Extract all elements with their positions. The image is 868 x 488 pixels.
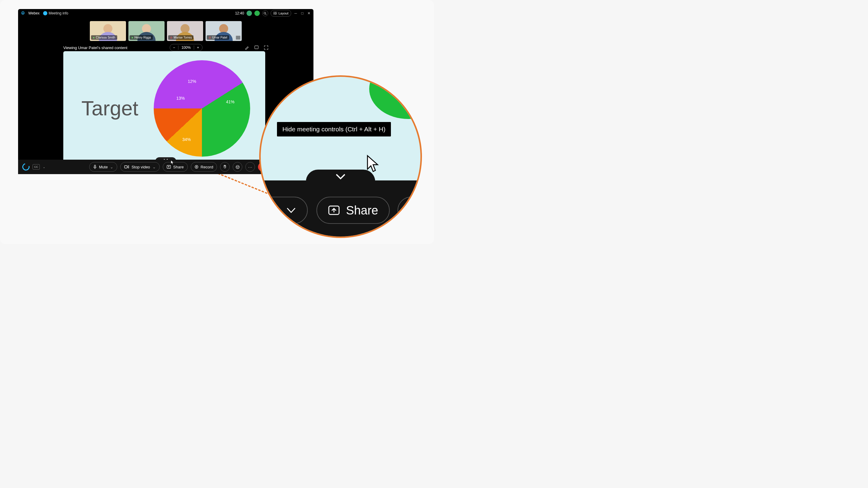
record-icon bbox=[195, 165, 198, 169]
zoom-callout: Hide meeting controls (Ctrl + Alt + H) e… bbox=[259, 75, 422, 238]
svg-line-1 bbox=[266, 13, 267, 14]
maximize-button[interactable]: □ bbox=[300, 11, 304, 15]
chevron-down-icon[interactable]: ⌄ bbox=[153, 165, 156, 169]
smile-icon bbox=[236, 165, 240, 169]
mouse-cursor-icon bbox=[366, 155, 380, 173]
zoom-level: 100% bbox=[179, 45, 194, 50]
slide-title: Target bbox=[82, 96, 138, 120]
close-button[interactable]: ✕ bbox=[307, 11, 311, 15]
meeting-info-label: Meeting info bbox=[49, 11, 68, 15]
svg-rect-2 bbox=[273, 12, 275, 13]
presence-ring-icon[interactable] bbox=[21, 162, 31, 172]
camera-icon bbox=[124, 165, 129, 169]
minimize-button[interactable]: ─ bbox=[293, 11, 298, 15]
svg-point-13 bbox=[237, 166, 237, 167]
closed-captions-button[interactable]: CC bbox=[33, 164, 40, 170]
pie-slice-label: 34% bbox=[182, 137, 191, 142]
svg-rect-3 bbox=[276, 12, 277, 13]
participant-name-tag: ⊘ Umar Patel bbox=[207, 35, 229, 40]
sharing-badge-icon bbox=[236, 36, 241, 40]
mic-on-icon: ● bbox=[131, 36, 133, 39]
microphone-icon bbox=[93, 165, 97, 169]
ellipsis-icon: ··· bbox=[248, 165, 253, 169]
viewing-shared-content-label: Viewing Umar Patel's shared content bbox=[63, 45, 127, 50]
participant-name: Henry Riggs bbox=[134, 36, 151, 39]
svg-point-14 bbox=[238, 166, 239, 167]
svg-point-12 bbox=[236, 165, 239, 169]
record-label: Record bbox=[201, 165, 213, 169]
svg-point-17 bbox=[413, 209, 416, 212]
mic-muted-icon: ⊘ bbox=[209, 36, 211, 39]
chevron-down-icon bbox=[335, 173, 347, 181]
record-button[interactable]: Record bbox=[191, 162, 217, 172]
zoom-control[interactable]: − 100% + bbox=[170, 44, 203, 51]
participant-name: Marise Torres bbox=[174, 36, 192, 39]
stop-video-button[interactable]: Stop video ⌄ bbox=[120, 162, 159, 172]
hide-controls-tab[interactable] bbox=[306, 170, 375, 182]
raise-hand-button[interactable] bbox=[220, 162, 230, 172]
hide-controls-tooltip: Hide meeting controls (Ctrl + Alt + H) bbox=[277, 122, 391, 136]
fullscreen-icon[interactable] bbox=[264, 45, 268, 50]
participant-filmstrip: ● Clarissa Smith ● Henry Riggs ⊘ bbox=[18, 21, 313, 41]
zoom-in-button[interactable]: + bbox=[194, 45, 202, 50]
hand-icon bbox=[223, 165, 227, 169]
share-label: Share bbox=[173, 165, 184, 169]
meeting-info-button[interactable]: Meeting info bbox=[43, 11, 68, 15]
mute-label: Mute bbox=[99, 165, 108, 169]
layout-label: Layout bbox=[278, 11, 288, 15]
svg-rect-7 bbox=[94, 165, 96, 167]
more-options-button[interactable]: ··· bbox=[245, 162, 255, 172]
shared-content-area: Target 41% 34% 13% 12% bbox=[63, 51, 265, 163]
callout-control-bar: eo Share bbox=[261, 181, 421, 236]
participant-name-tag: ⊘ Marise Torres bbox=[168, 35, 193, 40]
audio-stats-icon[interactable] bbox=[254, 10, 260, 16]
stop-video-label-fragment: eo bbox=[267, 204, 280, 217]
pie-slice-label: 12% bbox=[188, 79, 196, 84]
titlebar: ⦿ Webex Meeting info 12:40 Layout ─ bbox=[18, 9, 313, 18]
svg-point-0 bbox=[264, 12, 266, 14]
popout-icon[interactable] bbox=[254, 45, 258, 50]
svg-point-11 bbox=[196, 166, 197, 167]
mute-button[interactable]: Mute ⌄ bbox=[89, 162, 118, 172]
info-icon bbox=[43, 11, 47, 15]
share-button[interactable]: Share bbox=[316, 197, 390, 224]
share-screen-icon bbox=[167, 165, 171, 169]
participant-thumbnail[interactable]: ● Clarissa Smith bbox=[90, 21, 126, 41]
app-name: Webex bbox=[28, 11, 39, 15]
share-screen-icon bbox=[328, 205, 340, 216]
participant-thumbnail[interactable]: ⊘ Umar Patel bbox=[206, 21, 242, 41]
mic-on-icon: ● bbox=[93, 36, 95, 39]
pie-slice-label: 41% bbox=[226, 99, 235, 104]
webex-logo-icon: ⦿ bbox=[21, 11, 25, 15]
share-label: Share bbox=[346, 204, 378, 217]
record-button[interactable] bbox=[398, 197, 422, 224]
share-button[interactable]: Share bbox=[163, 162, 188, 172]
mic-muted-icon: ⊘ bbox=[170, 36, 173, 39]
cc-chevron-icon[interactable]: ⌄ bbox=[43, 165, 45, 169]
pie-chart-fragment bbox=[369, 75, 422, 119]
chevron-down-icon[interactable]: ⌄ bbox=[110, 165, 113, 169]
stop-video-button[interactable]: eo bbox=[259, 197, 308, 224]
participant-name: Umar Patel bbox=[212, 36, 227, 39]
meeting-clock: 12:40 bbox=[235, 11, 244, 15]
svg-rect-8 bbox=[124, 166, 127, 168]
participant-name-tag: ● Henry Riggs bbox=[130, 35, 153, 40]
svg-point-16 bbox=[410, 205, 420, 215]
grid-icon bbox=[273, 12, 277, 15]
search-icon[interactable] bbox=[262, 10, 268, 16]
pie-slice-label: 13% bbox=[176, 96, 185, 101]
participant-name: Clarissa Smith bbox=[96, 36, 115, 39]
zoom-out-button[interactable]: − bbox=[170, 45, 178, 50]
record-icon bbox=[409, 204, 421, 216]
participant-thumbnail[interactable]: ⊘ Marise Torres bbox=[167, 21, 203, 41]
shared-content-header: Viewing Umar Patel's shared content − 10… bbox=[63, 44, 268, 51]
reactions-button[interactable] bbox=[233, 162, 242, 172]
layout-button[interactable]: Layout bbox=[271, 10, 291, 17]
network-status-icon[interactable] bbox=[247, 10, 252, 16]
stop-video-label: Stop video bbox=[131, 165, 150, 169]
participant-thumbnail[interactable]: ● Henry Riggs bbox=[128, 21, 164, 41]
svg-rect-4 bbox=[273, 13, 275, 15]
svg-rect-6 bbox=[255, 46, 258, 49]
annotate-icon[interactable] bbox=[245, 45, 249, 50]
pie-chart bbox=[154, 60, 250, 157]
